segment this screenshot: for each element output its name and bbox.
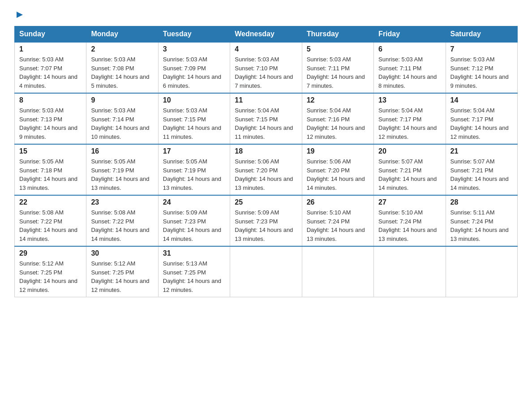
day-number: 30 — [91, 249, 153, 257]
day-number: 2 — [91, 45, 153, 53]
calendar-cell: 5 Sunrise: 5:03 AMSunset: 7:11 PMDayligh… — [302, 42, 373, 93]
day-info: Sunrise: 5:08 AMSunset: 7:22 PMDaylight:… — [19, 209, 77, 242]
calendar-header-row: SundayMondayTuesdayWednesdayThursdayFrid… — [15, 26, 518, 43]
calendar-day-header: Tuesday — [158, 26, 230, 43]
day-info: Sunrise: 5:03 AMSunset: 7:11 PMDaylight:… — [307, 56, 365, 89]
day-number: 10 — [163, 96, 225, 104]
calendar-cell: 30 Sunrise: 5:12 AMSunset: 7:25 PMDaylig… — [86, 246, 158, 297]
day-info: Sunrise: 5:06 AMSunset: 7:20 PMDaylight:… — [235, 158, 293, 191]
calendar-cell: 12 Sunrise: 5:04 AMSunset: 7:16 PMDaylig… — [302, 93, 373, 144]
day-number: 24 — [163, 198, 225, 206]
day-info: Sunrise: 5:03 AMSunset: 7:15 PMDaylight:… — [163, 107, 221, 140]
day-info: Sunrise: 5:03 AMSunset: 7:14 PMDaylight:… — [91, 107, 149, 140]
calendar-week-row: 29 Sunrise: 5:12 AMSunset: 7:25 PMDaylig… — [15, 246, 518, 297]
calendar-cell: 10 Sunrise: 5:03 AMSunset: 7:15 PMDaylig… — [158, 93, 230, 144]
day-number: 21 — [450, 147, 513, 155]
calendar-cell: 3 Sunrise: 5:03 AMSunset: 7:09 PMDayligh… — [158, 42, 230, 93]
day-number: 28 — [450, 198, 513, 206]
day-info: Sunrise: 5:06 AMSunset: 7:20 PMDaylight:… — [307, 158, 365, 191]
calendar-week-row: 8 Sunrise: 5:03 AMSunset: 7:13 PMDayligh… — [15, 93, 518, 144]
day-info: Sunrise: 5:09 AMSunset: 7:23 PMDaylight:… — [235, 209, 293, 242]
day-number: 23 — [91, 198, 153, 206]
calendar-cell: 15 Sunrise: 5:05 AMSunset: 7:18 PMDaylig… — [15, 144, 86, 195]
calendar-cell: 27 Sunrise: 5:10 AMSunset: 7:24 PMDaylig… — [374, 195, 446, 246]
day-info: Sunrise: 5:04 AMSunset: 7:17 PMDaylight:… — [450, 107, 509, 140]
day-info: Sunrise: 5:07 AMSunset: 7:21 PMDaylight:… — [378, 158, 437, 191]
day-info: Sunrise: 5:03 AMSunset: 7:12 PMDaylight:… — [450, 56, 509, 89]
day-number: 4 — [235, 45, 297, 53]
day-info: Sunrise: 5:03 AMSunset: 7:08 PMDaylight:… — [91, 56, 149, 89]
calendar-cell: 19 Sunrise: 5:06 AMSunset: 7:20 PMDaylig… — [302, 144, 373, 195]
calendar-cell: 6 Sunrise: 5:03 AMSunset: 7:11 PMDayligh… — [374, 42, 446, 93]
calendar-cell: 8 Sunrise: 5:03 AMSunset: 7:13 PMDayligh… — [15, 93, 86, 144]
calendar-cell — [374, 246, 446, 297]
day-info: Sunrise: 5:11 AMSunset: 7:24 PMDaylight:… — [450, 209, 509, 242]
day-number: 26 — [307, 198, 369, 206]
calendar-cell — [302, 246, 373, 297]
calendar-day-header: Thursday — [302, 26, 373, 43]
day-info: Sunrise: 5:13 AMSunset: 7:25 PMDaylight:… — [163, 260, 221, 293]
day-number: 6 — [378, 45, 441, 53]
svg-marker-0 — [17, 12, 23, 18]
day-info: Sunrise: 5:09 AMSunset: 7:23 PMDaylight:… — [163, 209, 221, 242]
calendar-cell: 23 Sunrise: 5:08 AMSunset: 7:22 PMDaylig… — [86, 195, 158, 246]
day-number: 14 — [450, 96, 513, 104]
day-number: 11 — [235, 96, 297, 104]
calendar-cell: 20 Sunrise: 5:07 AMSunset: 7:21 PMDaylig… — [374, 144, 446, 195]
day-info: Sunrise: 5:07 AMSunset: 7:21 PMDaylight:… — [450, 158, 509, 191]
calendar-cell — [446, 246, 517, 297]
day-info: Sunrise: 5:12 AMSunset: 7:25 PMDaylight:… — [91, 260, 149, 293]
calendar-cell: 26 Sunrise: 5:10 AMSunset: 7:24 PMDaylig… — [302, 195, 373, 246]
calendar-cell: 31 Sunrise: 5:13 AMSunset: 7:25 PMDaylig… — [158, 246, 230, 297]
day-number: 27 — [378, 198, 441, 206]
calendar-day-header: Wednesday — [230, 26, 302, 43]
calendar-cell — [230, 246, 302, 297]
day-info: Sunrise: 5:12 AMSunset: 7:25 PMDaylight:… — [19, 260, 77, 293]
day-number: 5 — [307, 45, 369, 53]
day-info: Sunrise: 5:08 AMSunset: 7:22 PMDaylight:… — [91, 209, 149, 242]
day-info: Sunrise: 5:05 AMSunset: 7:19 PMDaylight:… — [163, 158, 221, 191]
day-info: Sunrise: 5:03 AMSunset: 7:13 PMDaylight:… — [19, 107, 77, 140]
day-number: 29 — [19, 249, 82, 257]
day-info: Sunrise: 5:05 AMSunset: 7:18 PMDaylight:… — [19, 158, 77, 191]
calendar-cell: 25 Sunrise: 5:09 AMSunset: 7:23 PMDaylig… — [230, 195, 302, 246]
day-number: 8 — [19, 96, 82, 104]
calendar-week-row: 15 Sunrise: 5:05 AMSunset: 7:18 PMDaylig… — [15, 144, 518, 195]
calendar-day-header: Monday — [86, 26, 158, 43]
day-number: 22 — [19, 198, 82, 206]
calendar-cell: 7 Sunrise: 5:03 AMSunset: 7:12 PMDayligh… — [446, 42, 517, 93]
day-number: 25 — [235, 198, 297, 206]
calendar-table: SundayMondayTuesdayWednesdayThursdayFrid… — [14, 26, 518, 297]
day-info: Sunrise: 5:03 AMSunset: 7:07 PMDaylight:… — [19, 56, 77, 89]
day-number: 9 — [91, 96, 153, 104]
day-number: 3 — [163, 45, 225, 53]
calendar-cell: 29 Sunrise: 5:12 AMSunset: 7:25 PMDaylig… — [15, 246, 86, 297]
day-info: Sunrise: 5:04 AMSunset: 7:17 PMDaylight:… — [378, 107, 437, 140]
day-info: Sunrise: 5:03 AMSunset: 7:11 PMDaylight:… — [378, 56, 437, 89]
day-number: 15 — [19, 147, 82, 155]
day-info: Sunrise: 5:04 AMSunset: 7:15 PMDaylight:… — [235, 107, 293, 140]
calendar-cell: 14 Sunrise: 5:04 AMSunset: 7:17 PMDaylig… — [446, 93, 517, 144]
day-number: 1 — [19, 45, 82, 53]
day-info: Sunrise: 5:04 AMSunset: 7:16 PMDaylight:… — [307, 107, 365, 140]
calendar-week-row: 1 Sunrise: 5:03 AMSunset: 7:07 PMDayligh… — [15, 42, 518, 93]
day-number: 17 — [163, 147, 225, 155]
calendar-day-header: Saturday — [446, 26, 517, 43]
day-number: 7 — [450, 45, 513, 53]
calendar-cell: 13 Sunrise: 5:04 AMSunset: 7:17 PMDaylig… — [374, 93, 446, 144]
calendar-cell: 16 Sunrise: 5:05 AMSunset: 7:19 PMDaylig… — [86, 144, 158, 195]
calendar-cell: 4 Sunrise: 5:03 AMSunset: 7:10 PMDayligh… — [230, 42, 302, 93]
calendar-day-header: Friday — [374, 26, 446, 43]
calendar-cell: 9 Sunrise: 5:03 AMSunset: 7:14 PMDayligh… — [86, 93, 158, 144]
day-info: Sunrise: 5:10 AMSunset: 7:24 PMDaylight:… — [378, 209, 437, 242]
day-info: Sunrise: 5:10 AMSunset: 7:24 PMDaylight:… — [307, 209, 365, 242]
day-number: 19 — [307, 147, 369, 155]
page-header — [14, 11, 518, 21]
calendar-cell: 24 Sunrise: 5:09 AMSunset: 7:23 PMDaylig… — [158, 195, 230, 246]
calendar-week-row: 22 Sunrise: 5:08 AMSunset: 7:22 PMDaylig… — [15, 195, 518, 246]
calendar-day-header: Sunday — [15, 26, 86, 43]
day-info: Sunrise: 5:05 AMSunset: 7:19 PMDaylight:… — [91, 158, 149, 191]
day-info: Sunrise: 5:03 AMSunset: 7:09 PMDaylight:… — [163, 56, 221, 89]
calendar-cell: 28 Sunrise: 5:11 AMSunset: 7:24 PMDaylig… — [446, 195, 517, 246]
day-number: 12 — [307, 96, 369, 104]
